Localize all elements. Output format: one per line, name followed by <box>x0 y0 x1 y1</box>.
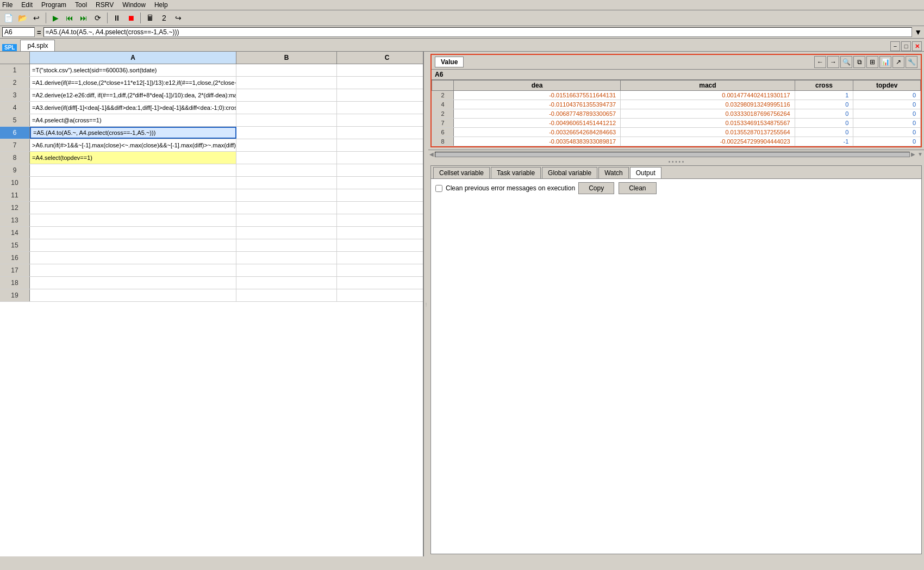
cell-c-11[interactable] <box>337 189 423 201</box>
tab-p4splx[interactable]: p4.splx <box>20 40 55 51</box>
cell-a-13[interactable] <box>30 214 236 226</box>
value-table-row[interactable]: 8-0.003548383933089817-0.002254729990444… <box>432 137 921 146</box>
refresh-btn[interactable]: ⟳ <box>92 12 104 24</box>
calc-btn[interactable]: 🖩 <box>144 12 156 24</box>
table-row[interactable]: 7>A6.run(if(#>1&&~[-1].max(close)<~.max(… <box>0 139 423 152</box>
value-chart-btn[interactable]: 📊 <box>879 56 891 68</box>
scroll-left-btn[interactable]: ◀ <box>429 151 434 157</box>
value-search-btn[interactable]: 🔍 <box>840 56 852 68</box>
menu-tool[interactable]: Tool <box>75 1 87 9</box>
cell-b-5[interactable] <box>236 114 337 126</box>
table-row[interactable]: 19 <box>0 289 423 302</box>
num2-btn[interactable]: 2 <box>158 12 170 24</box>
cell-a-14[interactable] <box>30 227 236 239</box>
close-btn[interactable]: ✕ <box>912 41 922 51</box>
table-row[interactable]: 1=T("stock.csv").select(sid==600036).sor… <box>0 64 423 77</box>
value-export-btn[interactable]: ↗ <box>892 56 904 68</box>
open-btn[interactable]: 📂 <box>16 12 28 24</box>
cell-c-18[interactable] <box>337 277 423 289</box>
formula-confirm-icon[interactable]: ▼ <box>914 28 922 36</box>
run-btn[interactable]: ▶ <box>49 12 61 24</box>
table-row[interactable]: 14 <box>0 227 423 239</box>
cell-a-10[interactable] <box>30 177 236 189</box>
menu-window[interactable]: Window <box>122 1 146 9</box>
value-panel-scrollbar[interactable]: ◀ ▶ ▼ <box>428 150 924 158</box>
table-row[interactable]: 2=A1.derive(if(#==1,close,(2*close+11*e1… <box>0 77 423 89</box>
cell-a-16[interactable] <box>30 252 236 264</box>
restore-btn[interactable]: □ <box>901 41 911 51</box>
cell-c-10[interactable] <box>337 177 423 189</box>
cell-a-9[interactable] <box>30 164 236 176</box>
value-forward-btn[interactable]: → <box>827 56 839 68</box>
cell-a-8[interactable]: =A4.select(topdev==1) <box>30 152 236 164</box>
cell-b-12[interactable] <box>236 202 337 214</box>
panel-resize-handle[interactable]: • • • • • <box>428 158 924 165</box>
cell-c-14[interactable] <box>337 227 423 239</box>
cell-ref-input[interactable] <box>2 27 35 37</box>
cell-c-7[interactable] <box>337 139 423 151</box>
table-row[interactable]: 18 <box>0 277 423 289</box>
cell-c-15[interactable] <box>337 239 423 251</box>
table-row[interactable]: 13 <box>0 214 423 227</box>
pause-btn[interactable]: ⏸ <box>111 12 123 24</box>
cell-b-2[interactable] <box>236 77 337 89</box>
cell-b-13[interactable] <box>236 214 337 226</box>
table-row[interactable]: 11 <box>0 189 423 202</box>
data-table-wrapper[interactable]: deamacdcrosstopdev 2-0.01516637551164413… <box>432 80 921 146</box>
cell-c-19[interactable] <box>337 289 423 301</box>
value-back-btn[interactable]: ← <box>814 56 826 68</box>
menu-edit[interactable]: Edit <box>21 1 33 9</box>
formula-input[interactable] <box>43 27 913 37</box>
undo-btn[interactable]: ↩ <box>30 12 42 24</box>
bottom-tab-watch[interactable]: Watch <box>598 167 629 178</box>
cell-c-12[interactable] <box>337 202 423 214</box>
cell-a-7[interactable]: >A6.run(if(#>1&&~[-1].max(close)<~.max(c… <box>30 139 236 151</box>
redo-btn[interactable]: ↪ <box>172 12 184 24</box>
cell-a-15[interactable] <box>30 239 236 251</box>
cell-b-16[interactable] <box>236 252 337 264</box>
left-resize-handle[interactable]: ⋮ <box>424 52 428 556</box>
cell-c-1[interactable] <box>337 64 423 76</box>
table-row[interactable]: 4=A3.derive(if(diff[-1]<dea[-1]&&diff>de… <box>0 102 423 114</box>
cell-c-6[interactable] <box>337 127 423 139</box>
step-btn[interactable]: ⏭ <box>78 12 90 24</box>
bottom-tab-task-variable[interactable]: Task variable <box>491 167 541 178</box>
value-table-row[interactable]: 6-0.0032665426842846630.0135528701372555… <box>432 128 921 137</box>
value-table-row[interactable]: 2-0.0068774878933006570.0333301876967562… <box>432 109 921 119</box>
cell-a-1[interactable]: =T("stock.csv").select(sid==600036).sort… <box>30 64 236 76</box>
table-row[interactable]: 16 <box>0 252 423 264</box>
value-tab[interactable]: Value <box>435 57 464 67</box>
run-all-btn[interactable]: ⏮ <box>64 12 76 24</box>
menu-program[interactable]: Program <box>41 1 66 9</box>
cell-c-16[interactable] <box>337 252 423 264</box>
cell-a-6[interactable]: =A5.(A4.to(A5.~, A4.pselect(cross==-1,A5… <box>30 127 236 139</box>
table-row[interactable]: 17 <box>0 264 423 277</box>
cell-a-17[interactable] <box>30 264 236 276</box>
value-table-row[interactable]: 7-0.0049606514514412120.0153346915348755… <box>432 119 921 128</box>
cell-b-3[interactable] <box>236 89 337 101</box>
cell-a-5[interactable]: =A4.pselect@a(cross==1) <box>30 114 236 126</box>
table-row[interactable]: 15 <box>0 239 423 252</box>
cell-c-3[interactable] <box>337 89 423 101</box>
cell-b-10[interactable] <box>236 177 337 189</box>
cell-b-18[interactable] <box>236 277 337 289</box>
cell-a-4[interactable]: =A3.derive(if(diff[-1]<dea[-1]&&diff>dea… <box>30 102 236 114</box>
table-row[interactable]: 8=A4.select(topdev==1) <box>0 152 423 164</box>
value-grid-btn[interactable]: ⊞ <box>866 56 878 68</box>
table-row[interactable]: 6=A5.(A4.to(A5.~, A4.pselect(cross==-1,A… <box>0 127 423 139</box>
table-row[interactable]: 3=A2.derive(e12-e26:diff, if(#==1,diff,(… <box>0 89 423 102</box>
copy-button[interactable]: Copy <box>578 182 614 194</box>
cell-b-8[interactable] <box>236 152 337 164</box>
cell-a-3[interactable]: =A2.derive(e12-e26:diff, if(#==1,diff,(2… <box>30 89 236 101</box>
value-copy-btn[interactable]: ⧉ <box>853 56 865 68</box>
cell-c-4[interactable] <box>337 102 423 114</box>
minimize-btn[interactable]: − <box>890 41 900 51</box>
cell-b-4[interactable] <box>236 102 337 114</box>
bottom-tab-global-variable[interactable]: Global variable <box>542 167 597 178</box>
cell-b-9[interactable] <box>236 164 337 176</box>
new-btn[interactable]: 📄 <box>2 12 14 24</box>
bottom-tab-output[interactable]: Output <box>630 167 661 178</box>
cell-b-6[interactable] <box>236 127 337 139</box>
menu-rsrv[interactable]: RSRV <box>96 1 114 9</box>
cell-b-7[interactable] <box>236 139 337 151</box>
